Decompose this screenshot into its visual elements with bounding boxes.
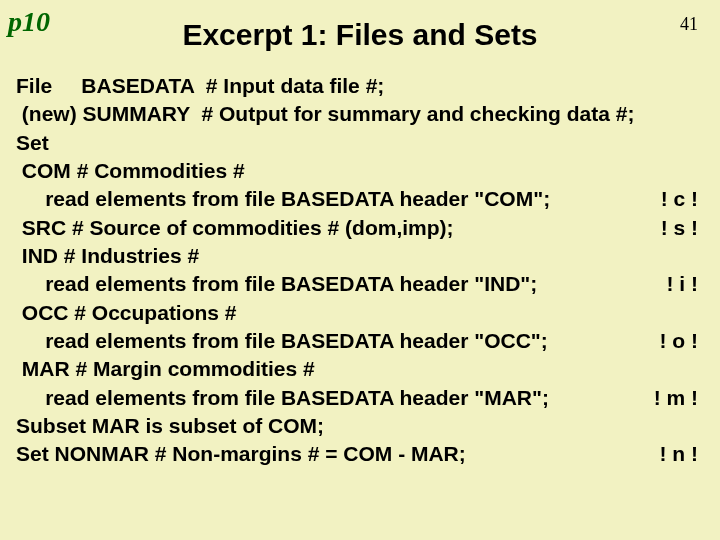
code-line: (new) SUMMARY # Output for summary and c… — [16, 100, 704, 128]
code-text: read elements from file BASEDATA header … — [16, 270, 537, 298]
index-marker: ! i ! — [667, 270, 705, 298]
code-text: SRC # Source of commodities # (dom,imp); — [16, 214, 454, 242]
index-marker: ! n ! — [660, 440, 704, 468]
code-line: Set — [16, 129, 704, 157]
code-line: read elements from file BASEDATA header … — [16, 185, 704, 213]
code-line: SRC # Source of commodities # (dom,imp);… — [16, 214, 704, 242]
code-line: read elements from file BASEDATA header … — [16, 270, 704, 298]
code-line: Set NONMAR # Non-margins # = COM - MAR; … — [16, 440, 704, 468]
index-marker: ! m ! — [654, 384, 704, 412]
code-text: Set NONMAR # Non-margins # = COM - MAR; — [16, 440, 466, 468]
slide-title: Excerpt 1: Files and Sets — [0, 18, 720, 52]
index-marker: ! o ! — [660, 327, 704, 355]
code-line: Subset MAR is subset of COM; — [16, 412, 704, 440]
code-line: read elements from file BASEDATA header … — [16, 384, 704, 412]
code-line: COM # Commodities # — [16, 157, 704, 185]
code-listing: File BASEDATA # Input data file #; (new)… — [16, 72, 704, 469]
code-text: read elements from file BASEDATA header … — [16, 327, 548, 355]
code-line: MAR # Margin commodities # — [16, 355, 704, 383]
code-text: read elements from file BASEDATA header … — [16, 384, 549, 412]
code-text: read elements from file BASEDATA header … — [16, 185, 550, 213]
code-line: File BASEDATA # Input data file #; — [16, 72, 704, 100]
code-line: read elements from file BASEDATA header … — [16, 327, 704, 355]
code-line: IND # Industries # — [16, 242, 704, 270]
code-line: OCC # Occupations # — [16, 299, 704, 327]
index-marker: ! c ! — [661, 185, 704, 213]
index-marker: ! s ! — [661, 214, 704, 242]
